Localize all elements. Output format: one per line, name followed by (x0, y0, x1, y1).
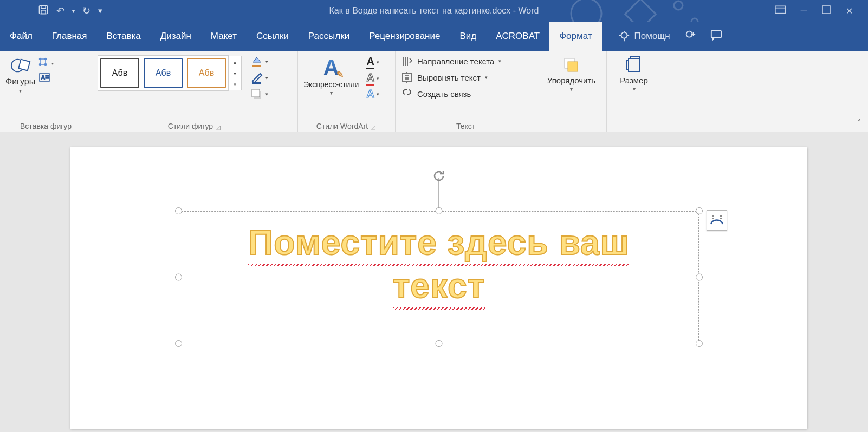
title-bar: ↶ ▾ ↻ ▾ Как в Ворде написать текст на ка… (0, 0, 868, 22)
wordart-line2: текст (393, 264, 485, 307)
qat-undo-icon[interactable]: ↶ (56, 5, 64, 17)
svg-rect-35 (720, 218, 722, 219)
svg-rect-14 (18, 60, 30, 71)
layout-options-icon[interactable] (707, 210, 727, 231)
shape-style-swatch-1[interactable]: Абв (100, 58, 139, 88)
tell-me-button[interactable]: Помощн (618, 30, 670, 42)
document-page[interactable]: Поместите здесь ваш текст (70, 147, 807, 429)
text-box-button[interactable]: A (38, 71, 54, 83)
svg-rect-33 (720, 215, 722, 217)
text-outline-button[interactable]: A▾ (366, 71, 379, 86)
tab-file[interactable]: Файл (0, 22, 42, 51)
svg-point-18 (40, 64, 41, 66)
text-effects-button[interactable]: A▾ (366, 88, 379, 100)
create-link-label: Создать связь (417, 89, 471, 99)
tab-design[interactable]: Дизайн (151, 22, 201, 51)
group-insert-shapes: Фигуры ▾ ▾ A Вставка фигур (0, 51, 92, 132)
wordart-text-box[interactable]: Поместите здесь ваш текст (179, 211, 699, 343)
ribbon-tabs: Файл Главная Вставка Дизайн Макет Ссылки… (0, 22, 868, 51)
svg-rect-12 (711, 30, 721, 37)
svg-rect-31 (629, 58, 639, 71)
gallery-expand-icon[interactable]: ▿ (229, 78, 241, 90)
shapes-dropdown-icon: ▾ (19, 88, 22, 94)
shape-style-swatch-2[interactable]: Абв (144, 58, 183, 88)
svg-text:A: A (41, 75, 45, 81)
svg-rect-25 (252, 82, 261, 84)
group-shape-styles-label: Стили фигур (168, 120, 213, 130)
arrange-button[interactable]: Упорядочить ▾ (547, 55, 595, 92)
shape-style-swatch-3[interactable]: Абв (187, 58, 226, 88)
shape-styles-dialog-launcher-icon[interactable]: ◿ (216, 125, 222, 130)
arrange-label: Упорядочить (547, 76, 595, 85)
svg-rect-2 (41, 10, 46, 14)
wordart-content[interactable]: Поместите здесь ваш текст (179, 211, 699, 343)
shape-outline-button[interactable]: ▾ (250, 71, 268, 84)
create-link-button[interactable]: Создать связь (401, 88, 471, 100)
wordart-line1: Поместите здесь ваш (248, 221, 630, 264)
tab-references[interactable]: Ссылки (247, 22, 299, 51)
size-button[interactable]: Размер ▾ (620, 55, 648, 92)
text-direction-button[interactable]: Направление текста▾ (401, 55, 501, 67)
group-size-label (612, 120, 656, 130)
qat-redo-icon[interactable]: ↻ (82, 5, 90, 17)
svg-point-16 (40, 58, 41, 60)
qat-save-icon[interactable] (38, 4, 49, 18)
rotate-handle-icon[interactable] (432, 169, 446, 183)
svg-point-5 (674, 1, 683, 10)
tab-view[interactable]: Вид (450, 22, 486, 51)
svg-rect-27 (252, 89, 260, 97)
group-size: Размер ▾ (607, 51, 661, 132)
shape-style-gallery[interactable]: Абв Абв Абв (98, 55, 229, 91)
group-wordart-styles-label: Стили WordArt (316, 120, 368, 130)
window-minimize-icon[interactable]: ─ (801, 6, 807, 16)
shapes-button[interactable]: Фигуры ▾ (5, 55, 35, 94)
shape-fill-button[interactable]: ▾ (250, 55, 268, 68)
qat-customize-icon[interactable]: ▾ (98, 6, 102, 16)
collapse-ribbon-icon[interactable]: ˄ (857, 118, 861, 128)
wordart-quick-styles-button[interactable]: A✎ Экспресс-стили ▾ (303, 55, 359, 96)
text-fill-button[interactable]: A▾ (366, 55, 379, 69)
tab-home[interactable]: Главная (42, 22, 97, 51)
share-icon[interactable] (684, 29, 696, 44)
group-text-label: Текст (401, 120, 530, 130)
tab-review[interactable]: Рецензирование (359, 22, 450, 51)
group-wordart-styles: A✎ Экспресс-стили ▾ A▾ A▾ A▾ Стили WordA… (298, 51, 396, 132)
text-direction-label: Направление текста (417, 57, 494, 66)
group-insert-shapes-label: Вставка фигур (5, 120, 86, 130)
comments-icon[interactable] (710, 29, 722, 44)
group-arrange: Упорядочить ▾ (536, 51, 607, 132)
svg-rect-1 (41, 5, 46, 8)
tab-mailings[interactable]: Рассылки (299, 22, 359, 51)
tab-format[interactable]: Формат (549, 22, 601, 51)
svg-point-19 (45, 64, 47, 66)
window-close-icon[interactable]: ✕ (846, 6, 853, 16)
align-text-button[interactable]: Выровнять текст▾ (401, 71, 488, 83)
window-maximize-icon[interactable] (822, 5, 831, 16)
group-shape-styles: Абв Абв Абв ▴ ▾ ▿ ▾ ▾ ▾ (92, 51, 298, 132)
tab-layout[interactable]: Макет (201, 22, 247, 51)
svg-rect-23 (46, 77, 49, 78)
wordart-quick-styles-label: Экспресс-стили (303, 81, 359, 89)
shapes-label: Фигуры (5, 77, 35, 87)
tell-me-label: Помощн (634, 31, 670, 42)
tab-acrobat[interactable]: ACROBAT (486, 22, 549, 51)
svg-rect-34 (712, 218, 714, 219)
svg-rect-9 (822, 6, 830, 14)
svg-rect-24 (252, 65, 261, 67)
svg-rect-22 (46, 75, 49, 76)
svg-rect-7 (775, 6, 785, 13)
qat-undo-dropdown[interactable]: ▾ (72, 8, 75, 14)
document-workspace: Поместите здесь ваш текст (0, 132, 868, 432)
window-title: Как в Ворде написать текст на картинке.d… (329, 6, 539, 16)
shape-effects-button[interactable]: ▾ (250, 88, 268, 101)
svg-rect-30 (568, 62, 578, 71)
gallery-scroll-down-icon[interactable]: ▾ (229, 68, 241, 79)
edit-shape-button[interactable]: ▾ (38, 57, 54, 69)
align-text-label: Выровнять текст (417, 73, 481, 82)
svg-point-17 (45, 58, 47, 60)
ribbon-display-options-icon[interactable] (775, 5, 786, 16)
svg-point-10 (621, 32, 627, 38)
tab-insert[interactable]: Вставка (97, 22, 151, 51)
gallery-scroll-up-icon[interactable]: ▴ (229, 56, 241, 68)
wordart-styles-dialog-launcher-icon[interactable]: ◿ (371, 125, 377, 130)
